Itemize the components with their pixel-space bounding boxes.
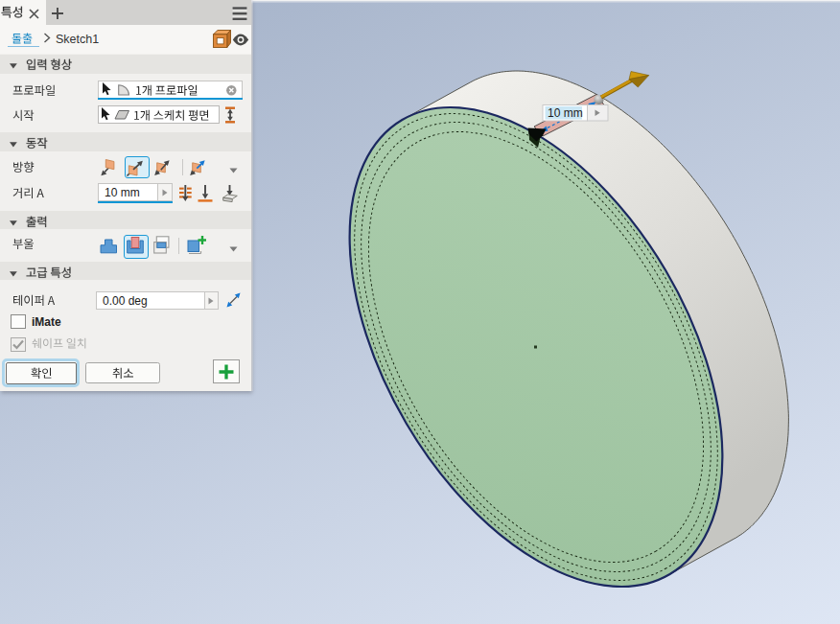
- svg-text:10 mm: 10 mm: [548, 106, 583, 120]
